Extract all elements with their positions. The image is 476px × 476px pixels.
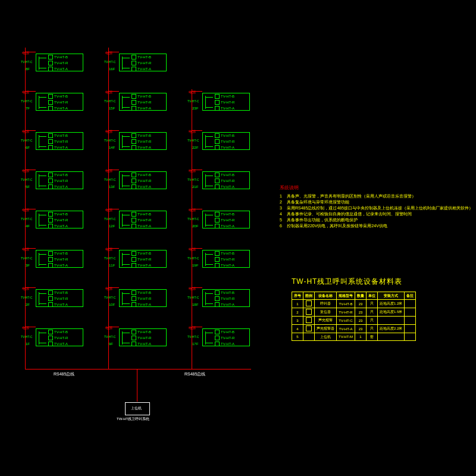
led-icon	[215, 224, 220, 228]
row-r: TV-HT-R	[54, 296, 83, 302]
row-b: TV-HT-B	[221, 329, 249, 335]
floor-label: 1F	[26, 342, 30, 346]
led-icon	[131, 133, 136, 138]
floor-label: 7F	[26, 107, 30, 110]
table-cell: 距地高度1.2米	[378, 300, 405, 308]
row-a: TV-HT-A	[54, 262, 83, 268]
led-icon	[48, 173, 53, 177]
table-cell	[303, 317, 315, 325]
ctrl-label: TV-HT-C	[104, 60, 115, 64]
led-icon	[131, 184, 136, 189]
led-icon	[48, 212, 53, 217]
led-icon	[215, 302, 220, 307]
table-cell: 只	[367, 300, 378, 308]
row-a: TV-HT-A	[221, 223, 249, 229]
led-icon	[48, 145, 53, 150]
table-cell: TV-HT-C	[337, 317, 355, 325]
ctrl-label: TV-HT-C	[21, 60, 32, 64]
row-a: TV-HT-A	[137, 66, 166, 72]
row-r: TV-HT-R	[221, 217, 249, 223]
row-a: TV-HT-A	[221, 341, 249, 347]
symbol-icon	[306, 325, 312, 331]
system-label: TW-HT残卫呼叫系统	[117, 416, 149, 422]
led-icon	[215, 139, 220, 144]
notes-block: 系统说明 1具备声、光报警，声音具有明显的区别性（采用人声或语音乐音报警）2具备…	[280, 184, 470, 229]
row-r: TV-HT-R	[221, 99, 249, 105]
row-b: TV-HT-B	[221, 93, 249, 99]
ctrl-conn	[39, 331, 49, 345]
floor-node: 电源15FTV-HT-CTV-HT-BTV-HT-RTV-HT-A	[119, 93, 167, 111]
bus-tie	[192, 287, 202, 288]
led-icon	[131, 178, 136, 183]
table-cell: 上位机	[315, 333, 337, 341]
table-cell: 1	[355, 333, 367, 341]
led-icon	[48, 133, 53, 138]
note-line: 3采用RS485总线控制，通过485接口与中央控制器及上位机连接（采用上位机时由…	[280, 205, 470, 211]
floor-node: 电源13FTV-HT-CTV-HT-BTV-HT-RTV-HT-A	[119, 171, 167, 189]
table-cell: 1	[292, 300, 303, 308]
table-cell	[405, 317, 416, 325]
row-r: TV-HT-R	[137, 217, 166, 223]
led-icon	[48, 296, 53, 301]
led-icon	[131, 330, 136, 334]
led-icon	[131, 94, 136, 99]
led-icon	[131, 55, 136, 60]
floor-label: 11F	[109, 264, 115, 267]
table-cell: 只	[367, 317, 378, 325]
ctrl-conn	[205, 135, 215, 148]
row-a: TV-HT-A	[54, 341, 83, 347]
floor-node: 电源4FTV-HT-CTV-HT-BTV-HT-RTV-HT-A	[36, 211, 83, 228]
ctrl-label: TV-HT-C	[104, 99, 115, 103]
floor-node: 电源18FTV-HT-CTV-HT-BTV-HT-RTV-HT-A	[202, 289, 250, 307]
ctrl-label: TV-HT-C	[21, 139, 32, 142]
floor-node: 电源16FTV-HT-CTV-HT-BTV-HT-RTV-HT-A	[119, 54, 167, 71]
ctrl-conn	[205, 174, 215, 187]
table-cell	[405, 325, 416, 333]
row-b: TV-HT-B	[54, 172, 83, 178]
row-r: TV-HT-R	[221, 335, 249, 341]
row-a: TV-HT-A	[221, 262, 249, 268]
ctrl-conn	[122, 214, 132, 227]
row-r: TV-HT-R	[221, 256, 249, 262]
row-b: TV-HT-B	[54, 133, 83, 139]
led-icon	[131, 342, 136, 346]
led-icon	[48, 251, 53, 256]
led-icon	[48, 100, 53, 105]
row-a: TV-HT-A	[137, 223, 166, 229]
led-icon	[215, 263, 220, 268]
row-a: TV-HT-A	[137, 262, 166, 268]
bus-tie	[108, 209, 119, 209]
led-icon	[131, 212, 136, 217]
row-b: TV-HT-B	[137, 250, 166, 256]
row-b: TV-HT-B	[137, 54, 166, 60]
row-b: TV-HT-B	[54, 93, 83, 99]
row-b: TV-HT-B	[137, 133, 166, 139]
bus-tie	[25, 130, 36, 131]
row-b: TV-HT-B	[54, 211, 83, 217]
row-r: TV-HT-R	[137, 139, 166, 145]
table-header: 安装方式	[378, 292, 405, 300]
row-a: TV-HT-A	[137, 341, 166, 347]
floor-node: 电源2FTV-HT-CTV-HT-BTV-HT-RTV-HT-A	[36, 289, 83, 307]
floor-node: 电源6FTV-HT-CTV-HT-BTV-HT-RTV-HT-A	[36, 132, 83, 150]
led-icon	[215, 218, 220, 223]
bus-tie	[25, 91, 36, 92]
bus-tie	[192, 209, 202, 209]
ctrl-conn	[122, 292, 132, 305]
floor-node: 电源14FTV-HT-CTV-HT-BTV-HT-RTV-HT-A	[119, 132, 167, 150]
led-icon	[48, 139, 53, 144]
bus-tie	[108, 130, 119, 131]
ctrl-label: TV-HT-C	[104, 217, 115, 221]
row-b: TV-HT-B	[54, 290, 83, 296]
floor-label: 3F	[26, 264, 30, 267]
led-icon	[131, 106, 136, 111]
led-icon	[48, 184, 53, 189]
bus-to-host	[137, 369, 137, 402]
table-cell: 只	[367, 325, 378, 333]
led-icon	[131, 251, 136, 256]
table-header: 单位	[367, 292, 378, 300]
row-r: TV-HT-R	[54, 99, 83, 105]
table-cell: 5	[292, 333, 303, 341]
ctrl-label: TV-HT-C	[104, 178, 115, 181]
row-r: TV-HT-R	[221, 139, 249, 145]
